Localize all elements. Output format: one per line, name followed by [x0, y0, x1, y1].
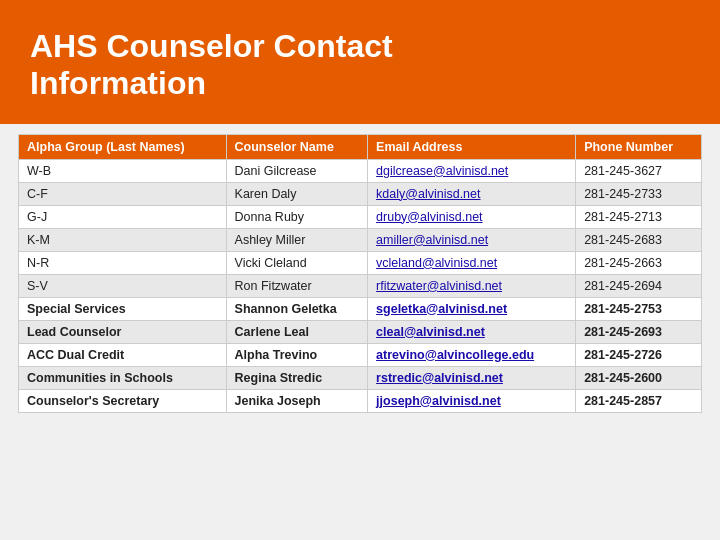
cell-phone: 281-245-2694 [576, 274, 702, 297]
email-link[interactable]: amiller@alvinisd.net [376, 233, 488, 247]
email-link[interactable]: kdaly@alvinisd.net [376, 187, 480, 201]
col-email: Email Address [368, 134, 576, 159]
cell-name: Karen Daly [226, 182, 368, 205]
cell-name: Alpha Trevino [226, 343, 368, 366]
cell-alpha: Communities in Schools [19, 366, 227, 389]
cell-phone: 281-245-2683 [576, 228, 702, 251]
counselor-table: Alpha Group (Last Names) Counselor Name … [18, 134, 702, 413]
page-title: AHS Counselor Contact Information [30, 28, 690, 102]
cell-phone: 281-245-2753 [576, 297, 702, 320]
cell-phone: 281-245-2663 [576, 251, 702, 274]
email-link[interactable]: jjoseph@alvinisd.net [376, 394, 501, 408]
cell-email[interactable]: jjoseph@alvinisd.net [368, 389, 576, 412]
cell-alpha: W-B [19, 159, 227, 182]
table-row: Counselor's SecretaryJenika Josephjjosep… [19, 389, 702, 412]
email-link[interactable]: dgilcrease@alvinisd.net [376, 164, 508, 178]
cell-name: Jenika Joseph [226, 389, 368, 412]
table-row: Special ServicesShannon Geletkasgeletka@… [19, 297, 702, 320]
email-link[interactable]: rfitzwater@alvinisd.net [376, 279, 502, 293]
table-row: K-MAshley Milleramiller@alvinisd.net281-… [19, 228, 702, 251]
cell-email[interactable]: atrevino@alvincollege.edu [368, 343, 576, 366]
table-row: S-VRon Fitzwaterrfitzwater@alvinisd.net2… [19, 274, 702, 297]
email-link[interactable]: atrevino@alvincollege.edu [376, 348, 534, 362]
cell-email[interactable]: vcleland@alvinisd.net [368, 251, 576, 274]
cell-phone: 281-245-2726 [576, 343, 702, 366]
email-link[interactable]: vcleland@alvinisd.net [376, 256, 497, 270]
table-row: G-JDonna Rubydruby@alvinisd.net281-245-2… [19, 205, 702, 228]
header: AHS Counselor Contact Information [0, 0, 720, 124]
table-body: W-BDani Gilcreasedgilcrease@alvinisd.net… [19, 159, 702, 412]
col-alpha: Alpha Group (Last Names) [19, 134, 227, 159]
table-header-row: Alpha Group (Last Names) Counselor Name … [19, 134, 702, 159]
cell-email[interactable]: cleal@alvinisd.net [368, 320, 576, 343]
table-row: ACC Dual CreditAlpha Trevinoatrevino@alv… [19, 343, 702, 366]
cell-email[interactable]: dgilcrease@alvinisd.net [368, 159, 576, 182]
cell-email[interactable]: druby@alvinisd.net [368, 205, 576, 228]
table-row: C-FKaren Dalykdaly@alvinisd.net281-245-2… [19, 182, 702, 205]
cell-name: Ashley Miller [226, 228, 368, 251]
cell-alpha: Special Services [19, 297, 227, 320]
email-link[interactable]: sgeletka@alvinisd.net [376, 302, 507, 316]
cell-phone: 281-245-2693 [576, 320, 702, 343]
email-link[interactable]: cleal@alvinisd.net [376, 325, 485, 339]
cell-name: Donna Ruby [226, 205, 368, 228]
table-row: Lead CounselorCarlene Lealcleal@alvinisd… [19, 320, 702, 343]
title-line1: AHS Counselor Contact [30, 28, 393, 64]
cell-email[interactable]: sgeletka@alvinisd.net [368, 297, 576, 320]
cell-name: Dani Gilcrease [226, 159, 368, 182]
cell-phone: 281-245-2713 [576, 205, 702, 228]
cell-name: Regina Stredic [226, 366, 368, 389]
col-phone: Phone Number [576, 134, 702, 159]
cell-name: Vicki Cleland [226, 251, 368, 274]
page-wrapper: AHS Counselor Contact Information Alpha … [0, 0, 720, 540]
cell-alpha: Counselor's Secretary [19, 389, 227, 412]
cell-alpha: C-F [19, 182, 227, 205]
email-link[interactable]: druby@alvinisd.net [376, 210, 483, 224]
cell-phone: 281-245-2733 [576, 182, 702, 205]
cell-email[interactable]: kdaly@alvinisd.net [368, 182, 576, 205]
cell-alpha: S-V [19, 274, 227, 297]
table-container: Alpha Group (Last Names) Counselor Name … [0, 124, 720, 540]
cell-alpha: N-R [19, 251, 227, 274]
title-line2: Information [30, 65, 206, 101]
cell-phone: 281-245-2857 [576, 389, 702, 412]
cell-alpha: ACC Dual Credit [19, 343, 227, 366]
cell-name: Shannon Geletka [226, 297, 368, 320]
cell-alpha: Lead Counselor [19, 320, 227, 343]
email-link[interactable]: rstredic@alvinisd.net [376, 371, 503, 385]
table-row: W-BDani Gilcreasedgilcrease@alvinisd.net… [19, 159, 702, 182]
cell-email[interactable]: rstredic@alvinisd.net [368, 366, 576, 389]
cell-phone: 281-245-3627 [576, 159, 702, 182]
table-row: N-RVicki Clelandvcleland@alvinisd.net281… [19, 251, 702, 274]
col-name: Counselor Name [226, 134, 368, 159]
cell-email[interactable]: rfitzwater@alvinisd.net [368, 274, 576, 297]
table-row: Communities in SchoolsRegina Stredicrstr… [19, 366, 702, 389]
cell-phone: 281-245-2600 [576, 366, 702, 389]
cell-email[interactable]: amiller@alvinisd.net [368, 228, 576, 251]
cell-alpha: K-M [19, 228, 227, 251]
cell-name: Carlene Leal [226, 320, 368, 343]
cell-name: Ron Fitzwater [226, 274, 368, 297]
cell-alpha: G-J [19, 205, 227, 228]
